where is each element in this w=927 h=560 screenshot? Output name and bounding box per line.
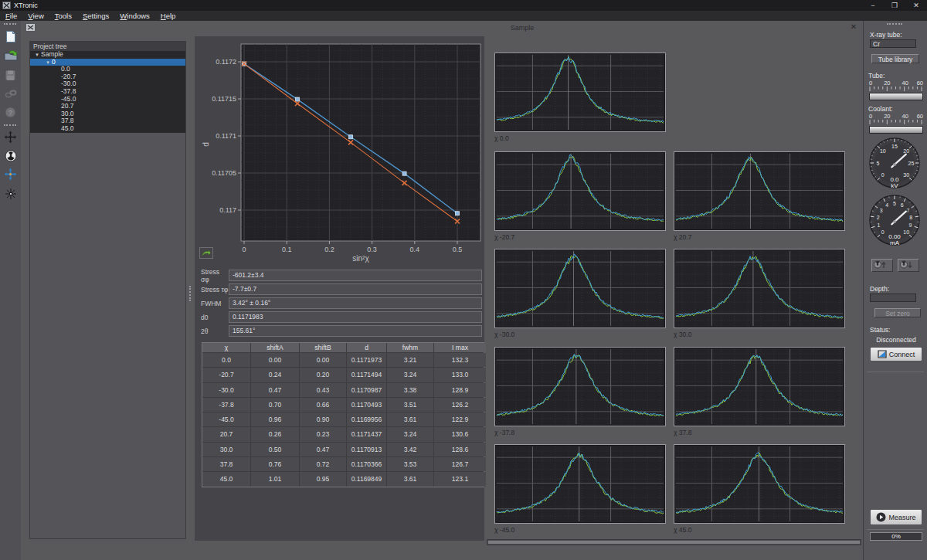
table-cell[interactable]: 133.0 — [434, 368, 486, 382]
table-cell[interactable]: 1.01 — [251, 472, 299, 486]
table-cell[interactable]: 20.7 — [202, 427, 250, 441]
result-value-field[interactable]: 0.1171983 — [229, 311, 482, 323]
table-cell[interactable]: 0.72 — [300, 457, 346, 471]
tree-item--45.0[interactable]: -45.0 — [30, 96, 185, 104]
table-cell[interactable]: 0.24 — [251, 368, 299, 382]
table-cell[interactable]: 45.0 — [202, 472, 250, 486]
depth-input[interactable] — [870, 294, 916, 302]
tree-item-0.0[interactable]: 0.0 — [30, 66, 185, 73]
close-button[interactable]: ✕ — [905, 2, 927, 9]
table-cell[interactable]: -30.0 — [202, 383, 250, 397]
export-button[interactable] — [199, 247, 213, 259]
panel-grip[interactable] — [887, 23, 902, 25]
table-cell[interactable]: 0.1170913 — [347, 443, 386, 456]
tree-item-30.0[interactable]: 30.0 — [30, 110, 185, 118]
connect-button[interactable]: Connect — [870, 347, 922, 361]
table-cell[interactable]: 122.9 — [434, 412, 486, 426]
table-cell[interactable]: 0.50 — [251, 443, 299, 456]
xray-tube-input[interactable] — [870, 39, 916, 48]
peak-chart[interactable] — [674, 249, 845, 328]
menu-item-settings[interactable]: Settings — [77, 12, 114, 20]
table-cell[interactable]: 0.96 — [251, 412, 299, 426]
result-value-field[interactable]: 3.42° ± 0.16° — [229, 297, 482, 309]
table-cell[interactable]: 0.1171973 — [347, 353, 386, 367]
table-cell[interactable]: 37.8 — [202, 457, 250, 471]
table-cell[interactable]: 3.24 — [387, 427, 433, 441]
scrollbar-thumb[interactable] — [488, 541, 860, 544]
crosshair-button[interactable] — [3, 130, 18, 144]
tube-slider[interactable] — [869, 93, 923, 100]
table-cell[interactable]: 0.20 — [300, 368, 346, 382]
tree-item--37.8[interactable]: -37.8 — [30, 88, 185, 96]
new-document-button[interactable] — [3, 29, 18, 44]
table-cell[interactable]: 0.1171437 — [347, 427, 386, 441]
table-cell[interactable]: 0.26 — [251, 427, 299, 441]
menu-item-tools[interactable]: Tools — [49, 12, 77, 20]
table-cell[interactable]: -20.7 — [202, 368, 250, 382]
table-header[interactable]: I max — [434, 343, 486, 352]
table-cell[interactable]: 0.47 — [300, 443, 346, 456]
toolbar-grip[interactable] — [4, 124, 16, 126]
peak-chart[interactable] — [494, 347, 666, 426]
table-cell[interactable]: 0.1170366 — [347, 457, 386, 471]
laser-point-button[interactable] — [3, 186, 18, 201]
table-cell[interactable]: 3.21 — [387, 353, 433, 367]
peak-chart[interactable] — [674, 444, 845, 524]
minimize-button[interactable]: − — [862, 2, 884, 9]
menu-item-windows[interactable]: Windows — [114, 12, 155, 20]
table-cell[interactable]: 123.1 — [434, 472, 486, 486]
table-cell[interactable]: 0.1169956 — [347, 412, 386, 426]
document-close-button[interactable]: ✕ — [848, 22, 859, 33]
table-cell[interactable]: 128.6 — [434, 443, 486, 456]
table-cell[interactable]: 30.0 — [202, 443, 250, 456]
table-header[interactable]: shiftA — [251, 343, 299, 352]
table-cell[interactable]: 0.76 — [251, 457, 299, 471]
table-cell[interactable]: 3.61 — [387, 412, 433, 426]
table-cell[interactable]: 0.0 — [202, 353, 250, 367]
radiation-button[interactable] — [3, 148, 18, 163]
table-cell[interactable]: 126.7 — [434, 457, 486, 471]
measure-button[interactable]: Measure — [870, 509, 922, 525]
table-cell[interactable]: 0.90 — [300, 412, 346, 426]
peak-chart[interactable] — [494, 249, 666, 328]
tree-item-0[interactable]: ▼0 — [30, 59, 185, 66]
shutter-open-button[interactable] — [871, 259, 893, 272]
table-cell[interactable]: 0.00 — [251, 353, 299, 367]
table-cell[interactable]: 0.1170987 — [347, 383, 386, 397]
splitter-handle[interactable] — [189, 286, 191, 301]
table-cell[interactable]: 0.43 — [300, 383, 346, 397]
table-cell[interactable]: 0.70 — [251, 398, 299, 412]
result-value-field[interactable]: -601.2±3.4 — [229, 270, 482, 281]
table-cell[interactable]: 0.95 — [300, 472, 346, 486]
table-cell[interactable]: 3.61 — [387, 472, 433, 486]
tree-item-20.7[interactable]: 20.7 — [30, 103, 185, 110]
table-cell[interactable]: 0.23 — [300, 427, 346, 441]
table-cell[interactable]: 0.66 — [300, 398, 346, 412]
peak-chart[interactable] — [494, 444, 666, 524]
set-zero-button[interactable]: Set zero — [874, 308, 921, 317]
table-header[interactable]: d — [347, 343, 386, 352]
coolant-slider[interactable] — [869, 126, 923, 134]
result-value-field[interactable]: -7.7±0.7 — [229, 283, 482, 295]
horizontal-scrollbar[interactable] — [487, 539, 861, 545]
table-cell[interactable]: 3.38 — [387, 383, 433, 397]
table-header[interactable]: shiftB — [300, 343, 346, 352]
table-cell[interactable]: 128.9 — [434, 383, 486, 397]
table-cell[interactable]: 0.1169849 — [347, 472, 386, 486]
table-cell[interactable]: 0.47 — [251, 383, 299, 397]
table-cell[interactable]: -37.8 — [202, 398, 250, 412]
peak-chart[interactable] — [494, 53, 666, 132]
table-cell[interactable]: 3.53 — [387, 457, 433, 471]
table-cell[interactable]: -45.0 — [202, 412, 250, 426]
document-window-icon[interactable] — [25, 23, 36, 32]
menu-item-help[interactable]: Help — [155, 12, 182, 20]
open-project-button[interactable] — [3, 48, 18, 63]
table-cell[interactable]: 3.24 — [387, 368, 433, 382]
table-cell[interactable]: 3.42 — [387, 443, 433, 456]
move-axes-button[interactable] — [3, 167, 18, 182]
table-cell[interactable]: 0.00 — [300, 353, 346, 367]
peak-chart[interactable] — [674, 151, 845, 231]
tree-item--20.7[interactable]: -20.7 — [30, 73, 185, 81]
toolbar-grip[interactable] — [4, 23, 16, 25]
peak-chart[interactable] — [494, 151, 666, 231]
